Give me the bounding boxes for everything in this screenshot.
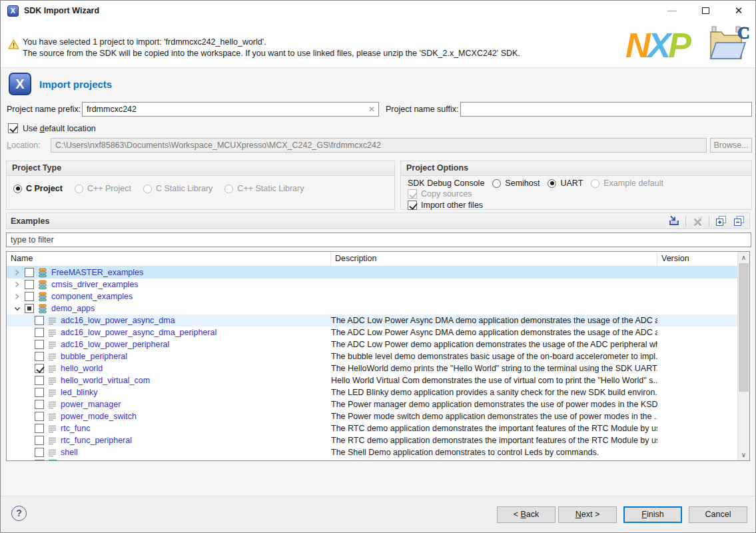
example-name: adc16_low_power_async_dma_peripheral (61, 328, 216, 337)
expand-all-icon[interactable] (714, 215, 727, 227)
example-row-rtc_func_peripheral[interactable]: rtc_func_peripheralThe RTC demo applicat… (7, 434, 737, 446)
example-checkbox[interactable] (35, 388, 44, 397)
example-checkbox[interactable] (35, 316, 44, 325)
example-row-power_manager[interactable]: power_managerThe Power manager demo appl… (7, 398, 737, 410)
suffix-label: Project name suffix: (386, 102, 459, 117)
examples-rows: FreeMASTER_examplescmsis_driver_examples… (7, 266, 737, 460)
clear-filter-icon (691, 215, 704, 227)
example-row-power_mode_switch[interactable]: power_mode_switchThe Power mode switch d… (7, 410, 737, 422)
example-file-icon (48, 436, 57, 445)
toolbar-separator (685, 216, 686, 227)
example-row-demo_apps[interactable]: demo_apps (7, 302, 737, 314)
sdk-folder-icon: C (707, 24, 749, 66)
example-checkbox[interactable] (35, 424, 44, 433)
example-row-adc16_low_power_async_dma[interactable]: adc16_low_power_async_dmaThe ADC Low Pow… (7, 314, 737, 326)
checkbox-icon (408, 189, 417, 199)
example-row-led_blinky[interactable]: led_blinkyThe LED Blinky demo applicatio… (7, 386, 737, 398)
example-row-bubble_peripheral[interactable]: bubble_peripheralThe bubble level demo d… (7, 350, 737, 362)
example-description: The ADC Low Power Async DMA demo applica… (331, 328, 657, 337)
filter-input[interactable] (6, 233, 751, 247)
collapse-all-icon[interactable] (732, 215, 745, 227)
prefix-label: Project name prefix: (7, 102, 81, 117)
example-name: bubble_peripheral (61, 352, 127, 361)
column-header-name[interactable]: Name (7, 252, 331, 266)
example-checkbox[interactable] (35, 352, 44, 361)
debug-console-semihost[interactable]: Semihost (492, 179, 540, 188)
example-row-shell[interactable]: shellThe Shell Demo application demonstr… (7, 446, 737, 458)
example-name: cmsis_driver_examples (51, 280, 139, 289)
radio-icon[interactable] (13, 185, 22, 193)
example-checkbox[interactable] (35, 376, 44, 385)
finish-button[interactable]: Finish (623, 506, 682, 523)
maximize-button[interactable] (689, 1, 722, 21)
example-row-adc16_low_power_peripheral[interactable]: adc16_low_power_peripheralThe ADC Low Po… (7, 338, 737, 350)
radio-label: Semihost (505, 179, 540, 188)
option-import-other-files[interactable]: Import other files (408, 200, 751, 211)
example-description: The Shell Demo application demonstrates … (331, 448, 657, 457)
example-name: rtc_func_peripheral (61, 436, 132, 445)
sdk-debug-console-row: SDK Debug Console SemihostUARTExample de… (401, 179, 751, 188)
example-file-icon (48, 328, 57, 337)
scroll-up-icon[interactable]: ∧ (738, 252, 749, 263)
column-header-description[interactable]: Description (331, 252, 657, 266)
app-icon: X (7, 5, 19, 17)
category-icon (38, 268, 47, 278)
checkbox-icon[interactable] (408, 201, 417, 210)
example-file-icon (48, 376, 57, 385)
chevron-right-icon[interactable] (13, 269, 21, 276)
help-button[interactable]: ? (11, 506, 27, 521)
chevron-right-icon[interactable] (13, 281, 21, 288)
prefix-input[interactable] (82, 102, 379, 117)
example-row-adc16_low_power_async_dma_peripheral[interactable]: adc16_low_power_async_dma_peripheralThe … (7, 326, 737, 338)
example-row-rtc_func[interactable]: rtc_funcThe RTC demo application demonst… (7, 422, 737, 434)
radio-icon[interactable] (492, 179, 501, 188)
example-row-FreeMASTER_examples[interactable]: FreeMASTER_examples (7, 266, 737, 278)
clear-prefix-icon[interactable]: ✕ (367, 105, 376, 114)
column-header-version[interactable]: Version (657, 252, 737, 266)
example-checkbox[interactable] (35, 400, 44, 409)
scroll-down-icon[interactable]: ∨ (738, 449, 749, 460)
project-type-c-project[interactable]: C Project (13, 184, 63, 193)
cancel-button[interactable]: Cancel (689, 506, 747, 523)
example-checkbox[interactable] (35, 340, 44, 349)
example-checkbox[interactable] (35, 364, 44, 373)
example-checkbox[interactable] (35, 412, 44, 421)
example-row-cmsis_driver_examples[interactable]: cmsis_driver_examples (7, 278, 737, 290)
example-file-icon (48, 388, 57, 397)
example-checkbox[interactable] (25, 304, 34, 313)
close-button[interactable]: ✕ (722, 1, 755, 21)
example-checkbox[interactable] (35, 448, 44, 457)
example-checkbox[interactable] (35, 328, 44, 337)
example-row-hello_world[interactable]: hello_worldThe HelloWorld demo prints th… (7, 362, 737, 374)
project-type-c-project: C++ Project (75, 184, 131, 193)
next-button[interactable]: Next > (558, 506, 617, 523)
radio-label: C Project (26, 184, 63, 193)
debug-console-example-default: Example default (591, 179, 663, 188)
back-button[interactable]: < Back (497, 506, 556, 523)
example-description: The HelloWorld demo prints the "Hello Wo… (331, 364, 657, 373)
suffix-input[interactable] (460, 102, 752, 117)
example-checkbox[interactable] (25, 280, 34, 289)
example-checkbox[interactable] (35, 436, 44, 445)
example-name: component_examples (51, 292, 133, 301)
radio-icon[interactable] (548, 179, 556, 188)
chevron-right-icon[interactable] (13, 293, 21, 300)
examples-table-header[interactable]: Name Description Version (7, 252, 749, 266)
import-example-icon[interactable] (667, 215, 681, 227)
use-default-location-box[interactable] (8, 123, 18, 133)
example-row-hello_world_virtual_com[interactable]: hello_world_virtual_comHello World Virtu… (7, 374, 737, 386)
title-bar[interactable]: X SDK Import Wizard — ✕ (1, 1, 755, 21)
minimize-button[interactable]: — (655, 1, 689, 21)
vertical-scrollbar[interactable]: ∧ ∨ (737, 252, 749, 460)
use-default-location-checkbox[interactable]: Use default location (8, 123, 96, 133)
chevron-down-icon[interactable] (13, 306, 21, 312)
example-name: power_mode_switch (61, 412, 137, 421)
scrollbar-thumb[interactable] (739, 263, 749, 392)
example-checkbox (35, 460, 45, 460)
example-description: Hello World Virtual Com demonstrates the… (331, 376, 657, 385)
example-checkbox[interactable] (25, 292, 34, 301)
example-checkbox[interactable] (25, 268, 34, 277)
category-icon (38, 304, 47, 314)
debug-console-uart[interactable]: UART (548, 179, 583, 188)
example-row-component_examples[interactable]: component_examples (7, 290, 737, 302)
